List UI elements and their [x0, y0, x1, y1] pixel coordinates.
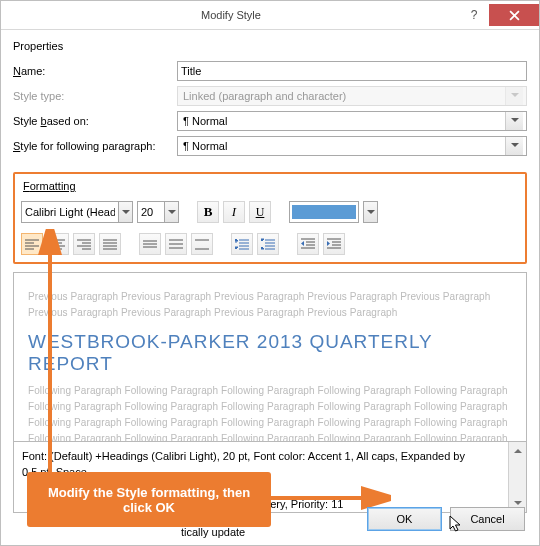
style-preview: Previous Paragraph Previous Paragraph Pr… [13, 272, 527, 442]
preview-ghost-next: Following Paragraph Following Paragraph … [28, 383, 512, 442]
spacing-single-button[interactable] [139, 233, 161, 255]
desc-line: Font: (Default) +Headings (Calibri Light… [22, 448, 518, 464]
following-value: ¶ Normal [183, 140, 227, 152]
ok-button[interactable]: OK [367, 507, 442, 531]
style-type-label: Style type: [13, 90, 173, 102]
help-button[interactable]: ? [459, 4, 489, 26]
italic-button[interactable]: I [223, 201, 245, 223]
cancel-button[interactable]: Cancel [450, 507, 525, 531]
callout-note: Modify the Style formatting, then click … [27, 472, 271, 527]
based-on-value: ¶ Normal [183, 115, 227, 127]
name-input[interactable] [177, 61, 527, 81]
align-right-button[interactable] [73, 233, 95, 255]
align-center-button[interactable] [47, 233, 69, 255]
align-justify-button[interactable] [99, 233, 121, 255]
space-before-increase-button[interactable] [231, 233, 253, 255]
style-type-value: Linked (paragraph and character) [183, 90, 346, 102]
font-color-dropdown[interactable] [363, 201, 378, 223]
based-on-label: Style based on: [13, 115, 173, 127]
based-on-select[interactable]: ¶ Normal [177, 111, 527, 131]
font-family-combo[interactable] [21, 201, 133, 223]
underline-button[interactable]: U [249, 201, 271, 223]
chevron-down-icon[interactable] [118, 201, 133, 223]
chevron-down-icon[interactable] [505, 112, 523, 130]
auto-update-fragment: tically update [181, 526, 245, 538]
bold-button[interactable]: B [197, 201, 219, 223]
indent-increase-button[interactable] [323, 233, 345, 255]
chevron-down-icon[interactable] [164, 201, 179, 223]
preview-title: WESTBROOK-PARKER 2013 QUARTERLY REPORT [28, 331, 512, 375]
modify-style-dialog: Modify Style ? Properties Name: Style ty… [0, 0, 540, 546]
font-size-combo[interactable] [137, 201, 179, 223]
font-size-input[interactable] [137, 201, 164, 223]
chevron-down-icon [505, 87, 523, 105]
following-label: Style for following paragraph: [13, 140, 173, 152]
dialog-title: Modify Style [201, 9, 261, 21]
spacing-double-button[interactable] [191, 233, 213, 255]
scrollbar[interactable] [508, 442, 526, 512]
properties-header: Properties [13, 40, 527, 52]
preview-ghost-prev: Previous Paragraph Previous Paragraph Pr… [28, 289, 512, 321]
indent-decrease-button[interactable] [297, 233, 319, 255]
formatting-group: Formatting B I U [13, 172, 527, 264]
close-button[interactable] [489, 4, 539, 26]
name-label: Name: [13, 65, 173, 77]
style-type-select: Linked (paragraph and character) [177, 86, 527, 106]
color-swatch [292, 205, 356, 219]
space-before-decrease-button[interactable] [257, 233, 279, 255]
following-select[interactable]: ¶ Normal [177, 136, 527, 156]
align-left-button[interactable] [21, 233, 43, 255]
spacing-15-button[interactable] [165, 233, 187, 255]
font-family-input[interactable] [21, 201, 118, 223]
chevron-down-icon[interactable] [505, 137, 523, 155]
formatting-header: Formatting [21, 180, 78, 192]
title-bar: Modify Style ? [1, 1, 539, 30]
font-color-button[interactable] [289, 201, 359, 223]
